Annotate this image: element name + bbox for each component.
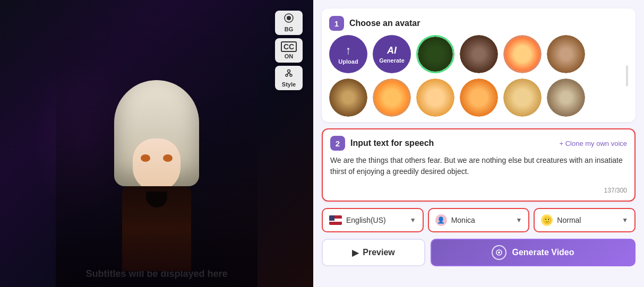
bg-label: BG	[285, 26, 294, 32]
video-background: BG CC ON Style	[0, 0, 313, 287]
avatar-upload[interactable]: ↑ Upload	[329, 35, 367, 73]
language-chevron-icon: ▼	[410, 216, 416, 224]
mood-value: Normal	[557, 216, 617, 224]
avatar-woman2-image	[547, 35, 585, 73]
avatar-cartoon4-image	[460, 79, 498, 117]
avatar-cartoon4[interactable]	[460, 79, 498, 117]
generate-label: Generate	[379, 57, 405, 64]
cc-button[interactable]: CC ON	[275, 38, 303, 63]
avatar-woman1-image	[460, 35, 498, 73]
mood-emoji-icon: 🙂	[541, 214, 553, 226]
preview-label: Preview	[363, 248, 394, 257]
mood-selector[interactable]: 🙂 Normal ▼	[534, 208, 636, 232]
ai-icon: AI	[387, 45, 397, 56]
clone-voice-link[interactable]: + Clone my own voice	[559, 140, 627, 147]
generate-video-label: Generate Video	[512, 248, 574, 257]
avatar-cartoon3-image	[416, 79, 454, 117]
avatar-grid-wrapper: ↑ Upload AI Generate	[329, 35, 628, 117]
speech-title-row: 2 Input text for speech	[330, 136, 434, 151]
play-icon: ▶	[352, 248, 358, 258]
avatar-dragon[interactable]	[416, 35, 454, 73]
svg-line-7	[289, 73, 291, 74]
avatar-elder[interactable]	[547, 79, 585, 117]
preview-button[interactable]: ▶ Preview	[322, 239, 425, 266]
svg-line-6	[287, 73, 289, 74]
svg-point-3	[286, 74, 288, 76]
svg-point-9	[498, 251, 500, 254]
cc-icon: CC	[281, 41, 297, 53]
avatar-cartoon1-image	[503, 35, 542, 73]
avatar-cartoon5[interactable]	[503, 79, 542, 117]
avatar-row-1: ↑ Upload AI Generate	[329, 35, 628, 73]
step2-badge: 2	[330, 136, 345, 151]
step1-badge: 1	[329, 16, 344, 31]
avatar-section-header: 1 Choose an avatar	[329, 16, 628, 31]
avatar-dragon-image	[418, 37, 453, 72]
mood-chevron-icon: ▼	[622, 216, 628, 224]
speech-textarea[interactable]: We are the things that others fear. But …	[330, 155, 627, 182]
avatar-cartoon2-image	[373, 79, 411, 117]
avatar-cartoon1[interactable]	[503, 35, 542, 73]
style-icon	[284, 68, 294, 80]
speech-header: 2 Input text for speech + Clone my own v…	[330, 136, 627, 151]
cc-label: ON	[285, 53, 294, 59]
avatar-painting[interactable]	[329, 79, 367, 117]
bg-button[interactable]: BG	[275, 11, 303, 35]
action-buttons-row: ▶ Preview Generate Video	[322, 239, 636, 266]
svg-point-2	[288, 70, 290, 73]
generate-video-icon	[492, 245, 506, 260]
voice-controls-row: English(US) ▼ 👤 Monica ▼ 🙂 Normal ▼	[322, 208, 636, 232]
avatar-woman1[interactable]	[460, 35, 498, 73]
char-count: 137/300	[330, 187, 627, 194]
voice-selector[interactable]: 👤 Monica ▼	[428, 208, 530, 232]
avatar-elder-image	[547, 79, 585, 117]
voice-value: Monica	[451, 216, 512, 224]
right-panel: 1 Choose an avatar ↑ Upload AI Generate	[313, 0, 644, 287]
avatar-section: 1 Choose an avatar ↑ Upload AI Generate	[322, 8, 636, 122]
voice-avatar-icon: 👤	[435, 214, 447, 226]
avatar-painting-image	[329, 79, 367, 117]
svg-point-4	[290, 74, 292, 76]
avatar-cartoon2[interactable]	[373, 79, 411, 117]
svg-point-1	[287, 16, 291, 20]
scrollbar-hint	[626, 65, 628, 86]
avatar-row-2	[329, 79, 628, 117]
speech-section-title: Input text for speech	[350, 138, 434, 148]
voice-chevron-icon: ▼	[516, 216, 522, 224]
style-label: Style	[282, 81, 296, 88]
style-button[interactable]: Style	[275, 66, 303, 90]
avatar-cartoon5-image	[503, 79, 542, 117]
bg-icon	[284, 13, 294, 25]
avatar-cartoon3[interactable]	[416, 79, 454, 117]
language-value: English(US)	[346, 216, 406, 224]
generate-video-button[interactable]: Generate Video	[431, 239, 636, 266]
avatar-generate[interactable]: AI Generate	[373, 35, 411, 73]
us-flag-icon	[329, 215, 342, 225]
speech-section: 2 Input text for speech + Clone my own v…	[322, 128, 636, 202]
language-selector[interactable]: English(US) ▼	[322, 208, 424, 232]
avatar-section-title: Choose an avatar	[349, 19, 420, 28]
upload-label: Upload	[338, 58, 358, 65]
video-controls: BG CC ON Style	[275, 11, 303, 90]
avatar-woman2[interactable]	[547, 35, 585, 73]
upload-icon: ↑	[346, 44, 351, 57]
video-preview-panel: BG CC ON Style	[0, 0, 313, 287]
